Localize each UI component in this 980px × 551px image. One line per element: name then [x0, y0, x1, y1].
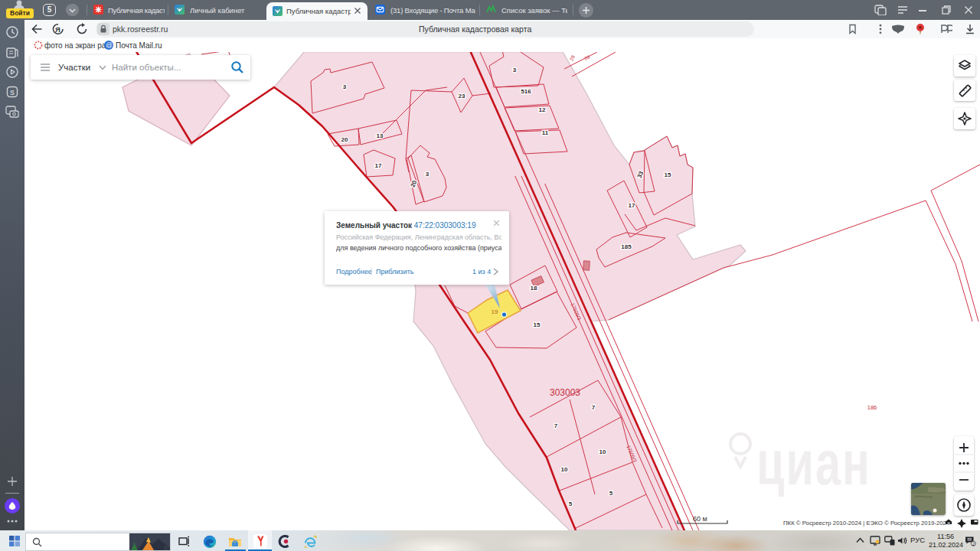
- svg-text:10: 10: [561, 466, 568, 473]
- svg-text:13: 13: [377, 132, 384, 139]
- svg-text:15: 15: [665, 171, 671, 178]
- svg-text:циан: циан: [756, 429, 871, 497]
- svg-text:ПКК © Росреестр 2010-2024 | ЕЭ: ПКК © Росреестр 2010-2024 | ЕЭКО © Росре…: [783, 520, 950, 527]
- svg-text:18: 18: [531, 285, 537, 292]
- svg-text:303003: 303003: [550, 387, 580, 398]
- svg-text:@: @: [106, 41, 113, 49]
- svg-text:7: 7: [592, 404, 596, 411]
- svg-text:S: S: [10, 89, 15, 96]
- svg-text:2: 2: [972, 542, 975, 546]
- svg-text:28: 28: [568, 54, 576, 62]
- svg-text:185: 185: [621, 243, 632, 250]
- svg-text:19: 19: [492, 308, 498, 315]
- svg-text:11: 11: [542, 129, 549, 136]
- svg-text:3: 3: [426, 171, 430, 178]
- svg-text:186: 186: [867, 404, 877, 411]
- svg-text:5: 5: [569, 500, 573, 507]
- svg-text:17: 17: [629, 202, 635, 209]
- svg-text:28: 28: [583, 54, 591, 61]
- svg-text:17: 17: [375, 162, 382, 169]
- svg-text:Я: Я: [55, 25, 60, 34]
- svg-text:15: 15: [534, 321, 541, 328]
- svg-text:10: 10: [599, 448, 606, 455]
- svg-text:12: 12: [539, 106, 546, 113]
- svg-text:5: 5: [609, 490, 613, 497]
- svg-text:23: 23: [459, 93, 466, 99]
- svg-text:3: 3: [343, 83, 347, 90]
- svg-text:3: 3: [513, 67, 517, 73]
- svg-text:516: 516: [521, 88, 531, 95]
- svg-text:7: 7: [554, 422, 558, 429]
- svg-text:60 м: 60 м: [693, 515, 707, 523]
- svg-text:20: 20: [341, 136, 348, 143]
